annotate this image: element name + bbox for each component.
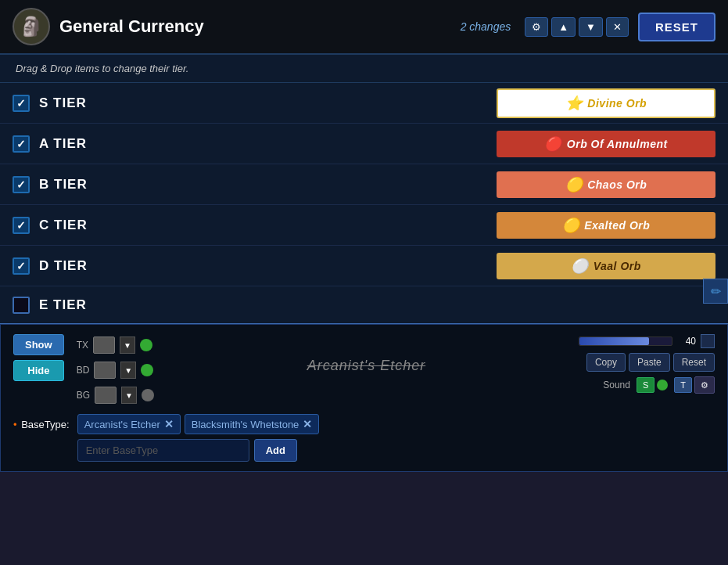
basetype-label-text: BaseType: [21, 419, 69, 430]
bg-row: BG ▼ [77, 384, 154, 406]
bd-color-swatch[interactable] [94, 362, 116, 379]
app-header: 🗿 General Currency 2 changes ⚙ ▲ ▼ ✕ RES… [0, 0, 728, 55]
basetype-tag-arcanists-etcher: Arcanist's Etcher ✕ [77, 414, 181, 434]
chaos-orb-label: Chaos Orb [587, 178, 647, 191]
tier-row-b: B TIER 🟡 Chaos Orb [0, 164, 728, 205]
tier-e-label: E TIER [39, 297, 87, 313]
range-fill [579, 337, 649, 345]
tier-d-checkbox[interactable] [13, 257, 30, 275]
range-value: 40 [677, 336, 696, 347]
tier-s-checkbox[interactable] [13, 95, 30, 112]
vaal-orb-icon: ⚪ [571, 257, 589, 275]
tier-row-e: E TIER [0, 286, 728, 324]
tier-b-checkbox[interactable] [13, 176, 30, 193]
divine-orb-label: Divine Orb [587, 97, 647, 110]
sound-t-settings[interactable]: ⚙ [694, 376, 715, 394]
tier-e-checkbox[interactable] [13, 297, 30, 314]
bg-label: BG [77, 390, 90, 401]
show-button[interactable]: Show [13, 334, 64, 355]
tx-bd-bg-column: TX ▼ BD ▼ BG ▼ [77, 334, 154, 406]
hide-button[interactable]: Hide [13, 360, 64, 381]
basetype-tags: Arcanist's Etcher ✕ Blacksmith's Whetsto… [77, 414, 320, 434]
orb-annulment-icon: 🔴 [544, 135, 562, 153]
exalted-orb-icon: 🟡 [562, 217, 580, 234]
tier-item-chaos-orb[interactable]: 🟡 Chaos Orb [497, 171, 715, 198]
action-buttons: Copy Paste Reset [579, 353, 715, 372]
bg-color-swatch[interactable] [95, 387, 117, 404]
range-bar [579, 336, 672, 346]
sound-toggle: S [637, 377, 668, 393]
tier-item-vaal-orb[interactable]: ⚪ Vaal Orb [497, 253, 715, 279]
bd-row: BD ▼ [77, 359, 154, 381]
tier-a-label: A TIER [39, 136, 487, 152]
bd-label: BD [77, 365, 90, 376]
bg-dropdown[interactable]: ▼ [121, 387, 137, 404]
tag-arcanists-remove[interactable]: ✕ [164, 418, 174, 430]
add-basetype-button[interactable]: Add [254, 439, 297, 462]
preview-area: Arcanist's Etcher [167, 334, 566, 397]
tx-color-swatch[interactable] [93, 336, 115, 354]
settings-button[interactable]: ⚙ [525, 17, 548, 37]
tier-item-exalted-orb[interactable]: 🟡 Exalted Orb [497, 212, 715, 239]
up-button[interactable]: ▲ [551, 17, 576, 37]
tier-b-items: 🟡 Chaos Orb [497, 171, 715, 198]
basetype-tags-area: Arcanist's Etcher ✕ Blacksmith's Whetsto… [77, 414, 320, 462]
sound-label: Sound [603, 380, 630, 390]
tx-row: TX ▼ [77, 334, 154, 356]
tier-row-c: C TIER 🟡 Exalted Orb [0, 205, 728, 246]
down-button[interactable]: ▼ [579, 17, 603, 37]
close-button[interactable]: ✕ [606, 17, 629, 37]
changes-badge: 2 changes [461, 20, 511, 33]
tier-s-items: ⭐ Divine Orb [497, 88, 715, 118]
basetype-input[interactable] [77, 439, 249, 462]
bg-active-indicator [142, 389, 154, 401]
tx-active-indicator [140, 339, 152, 351]
tier-row-s: S TIER ⭐ Divine Orb [0, 83, 728, 124]
tag-blacksmiths-label: Blacksmith's Whetstone [192, 419, 299, 430]
range-row: 40 [579, 334, 715, 348]
tag-blacksmiths-remove[interactable]: ✕ [303, 418, 312, 430]
tier-row-d: D TIER ⚪ Vaal Orb [0, 246, 728, 286]
sound-s-indicator [657, 380, 668, 390]
e-tier-content: Show Hide TX ▼ BD ▼ [0, 324, 728, 472]
tier-row-a: A TIER 🔴 Orb of Annulment [0, 124, 728, 164]
right-controls: 40 Copy Paste Reset Sound S [579, 334, 715, 394]
bd-active-indicator [141, 364, 153, 376]
e-tier-controls: Show Hide TX ▼ BD ▼ [13, 334, 715, 406]
tier-c-checkbox[interactable] [13, 217, 30, 234]
page-title: General Currency [59, 16, 451, 37]
basetype-input-row: Add [77, 439, 320, 462]
tier-c-items: 🟡 Exalted Orb [497, 212, 715, 239]
sound-t-toggle: T ⚙ [674, 376, 715, 394]
drag-hint: Drag & Drop items to change their tier. [0, 55, 728, 83]
sound-s-button[interactable]: S [637, 377, 654, 393]
tier-b-label: B TIER [39, 177, 487, 193]
basetype-dot-label: • BaseType: [13, 414, 70, 430]
basetype-tag-blacksmiths-whetstone: Blacksmith's Whetstone ✕ [185, 414, 320, 434]
basetype-section: • BaseType: Arcanist's Etcher ✕ Blacksmi… [13, 414, 715, 462]
tx-dropdown[interactable]: ▼ [120, 336, 135, 354]
e-tier-wrapper: E TIER ✏ Show Hide TX ▼ [0, 286, 728, 472]
exalted-orb-label: Exalted Orb [584, 219, 650, 232]
tier-d-label: D TIER [39, 258, 487, 274]
sound-t-button[interactable]: T [674, 377, 692, 393]
tier-item-divine-orb[interactable]: ⭐ Divine Orb [497, 88, 715, 118]
edit-icon[interactable]: ✏ [703, 279, 728, 304]
orb-annulment-label: Orb of Annulment [567, 138, 668, 150]
range-box [701, 334, 715, 348]
tx-label: TX [77, 340, 88, 351]
bd-dropdown[interactable]: ▼ [120, 362, 136, 379]
copy-button[interactable]: Copy [586, 353, 626, 372]
show-hide-column: Show Hide [13, 334, 64, 381]
tier-d-items: ⚪ Vaal Orb [497, 253, 715, 279]
preview-text: Arcanist's Etcher [307, 358, 425, 374]
sound-row: Sound S T ⚙ [579, 376, 715, 394]
tier-a-checkbox[interactable] [13, 135, 30, 153]
reset-tier-button[interactable]: Reset [673, 353, 715, 372]
divine-orb-icon: ⭐ [565, 95, 583, 112]
paste-button[interactable]: Paste [629, 353, 670, 372]
vaal-orb-label: Vaal Orb [594, 260, 641, 272]
main-content: Drag & Drop items to change their tier. … [0, 55, 728, 472]
tier-item-orb-annulment[interactable]: 🔴 Orb of Annulment [497, 131, 715, 157]
reset-button[interactable]: RESET [638, 13, 715, 41]
